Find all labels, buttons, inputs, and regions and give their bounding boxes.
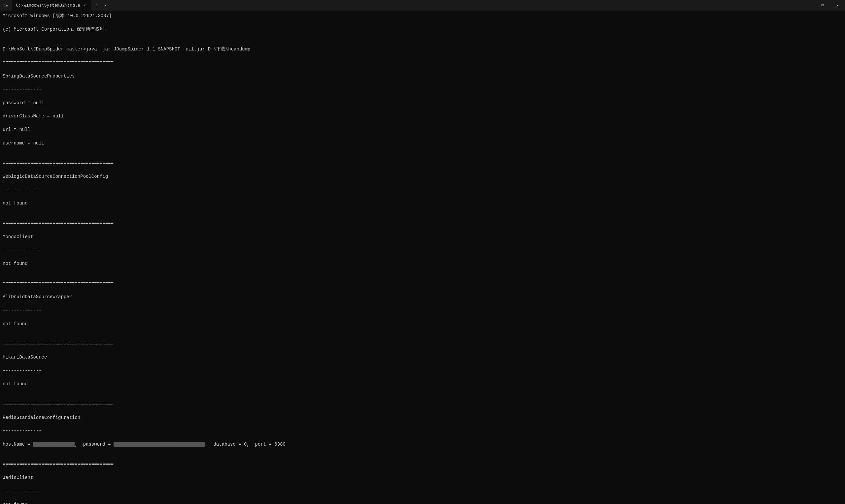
terminal-line: password = null [3, 100, 842, 106]
terminal-output: Microsoft Windows [版本 10.0.22621.3007] (… [0, 11, 845, 504]
titlebar: C:\ C:\Windows\System32\cmd.e ✕ + ▾ ─ ⧉ … [0, 0, 845, 11]
terminal-line: not found! [3, 260, 842, 267]
terminal-line: (c) Microsoft Corporation。保留所有权利。 [3, 26, 842, 33]
redacted-hostname: ██ ████████ ███ [33, 442, 75, 447]
terminal-line: ======================================== [3, 220, 842, 227]
terminal-line: ======================================== [3, 281, 842, 287]
terminal-line: D:\WebSoft\JDumpSpider-master>java -jar … [3, 46, 842, 52]
terminal-line: not found! [3, 501, 842, 504]
terminal-line: WeblogicDataSourceConnectionPoolConfig [3, 173, 842, 180]
terminal-line: JedisClient [3, 474, 842, 481]
tab-close-button[interactable]: ✕ [82, 3, 87, 8]
terminal-line: HikariDataSource [3, 354, 842, 361]
terminal-line: url = null [3, 126, 842, 133]
minimize-button[interactable]: ─ [799, 0, 815, 11]
terminal-line: not found! [3, 200, 842, 206]
cmd-icon: C:\ [3, 2, 9, 8]
terminal-line: -------------- [3, 187, 842, 193]
terminal-line: -------------- [3, 428, 842, 434]
window-controls: ─ ⧉ ✕ [799, 0, 845, 11]
tab-area: C:\Windows\System32\cmd.e ✕ + ▾ [12, 0, 799, 11]
close-button[interactable]: ✕ [830, 0, 845, 11]
svg-text:C:\: C:\ [4, 4, 8, 7]
terminal-line: AliDruidDataSourceWrapper [3, 293, 842, 300]
terminal-line: driverClassName = null [3, 113, 842, 120]
terminal-line: ======================================== [3, 59, 842, 66]
terminal-line: -------------- [3, 307, 842, 314]
new-tab-button[interactable]: + [91, 1, 101, 10]
terminal-line: hostName = ██ ████████ ███, password = █… [3, 441, 842, 448]
terminal-line: ======================================== [3, 160, 842, 166]
terminal-line: ======================================== [3, 341, 842, 347]
redacted-password: ████████ ████████████████████████ [113, 442, 205, 447]
terminal-line: -------------- [3, 367, 842, 374]
terminal-line: SpringDataSourceProperties [3, 73, 842, 79]
terminal-line: ======================================== [3, 401, 842, 407]
maximize-button[interactable]: ⧉ [815, 0, 830, 11]
terminal-line: username = null [3, 140, 842, 146]
terminal-line: RedisStandaloneConfiguration [3, 414, 842, 421]
terminal-line: -------------- [3, 488, 842, 494]
cmd-window: C:\ C:\Windows\System32\cmd.e ✕ + ▾ ─ ⧉ … [0, 0, 845, 504]
cmd-tab[interactable]: C:\Windows\System32\cmd.e ✕ [12, 0, 91, 11]
tab-dropdown-button[interactable]: ▾ [101, 1, 110, 10]
terminal-line: ======================================== [3, 461, 842, 468]
terminal-line: not found! [3, 381, 842, 387]
terminal-line: not found! [3, 321, 842, 327]
terminal-line: -------------- [3, 86, 842, 93]
tab-label: C:\Windows\System32\cmd.e [16, 3, 80, 8]
terminal-line: MongoClient [3, 234, 842, 240]
terminal-line: Microsoft Windows [版本 10.0.22621.3007] [3, 13, 842, 19]
terminal-line: -------------- [3, 247, 842, 253]
